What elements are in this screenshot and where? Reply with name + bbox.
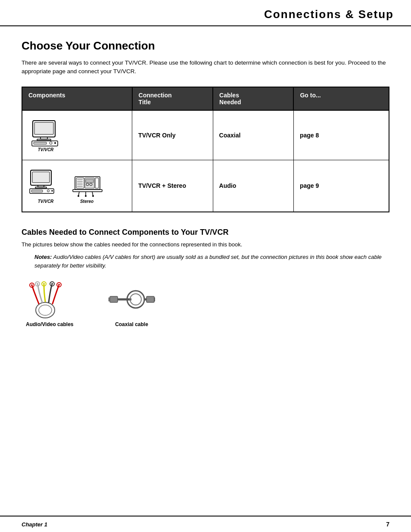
tv-vcr-icon-1: TV/VCR [28, 118, 63, 152]
svg-point-42 [43, 283, 45, 285]
cables-note: Notes: Audio/Video cables (A/V cables fo… [22, 253, 389, 270]
components-cell-2: TV/VCR [22, 160, 132, 212]
page-header: Connections & Setup [0, 0, 411, 26]
page-footer: Chapter 1 7 [0, 516, 411, 532]
components-cell-1: TV/VCR [22, 110, 132, 160]
choose-connection-heading: Choose Your Connection [22, 39, 389, 53]
stereo-label: Stereo [80, 199, 93, 204]
table-row: TV/VCR TV/VCR Only Coaxial page 8 [22, 110, 389, 160]
svg-point-57 [109, 300, 110, 302]
footer-chapter: Chapter 1 [22, 521, 47, 528]
svg-point-6 [50, 142, 52, 144]
cables-description: The pictures below show the cables neede… [22, 240, 389, 249]
audio-video-cable-label: Audio/Video cables [26, 321, 73, 327]
svg-rect-52 [146, 296, 154, 302]
svg-point-15 [51, 190, 53, 192]
tv-vcr-icon-2: TV/VCR [28, 168, 63, 204]
main-content: Choose Your Connection There are several… [0, 26, 411, 349]
audio-video-cable-svg [26, 280, 73, 319]
tv-vcr-label-1: TV/VCR [38, 147, 54, 152]
stereo-svg [71, 168, 103, 198]
svg-rect-5 [34, 142, 47, 144]
svg-point-34 [92, 195, 94, 197]
svg-point-33 [85, 195, 87, 197]
svg-rect-9 [32, 172, 50, 183]
component-icons-2: TV/VCR [28, 168, 126, 204]
table-header-goto: Go to... [293, 87, 389, 110]
note-label: Notes: [34, 254, 52, 260]
svg-point-7 [54, 142, 56, 144]
connection-table: Components ConnectionTitle CablesNeeded … [22, 87, 389, 212]
svg-point-56 [109, 299, 110, 300]
coaxial-cable-svg [108, 280, 155, 319]
note-text: Audio/Video cables (A/V cables for short… [34, 254, 382, 269]
coaxial-cable-item: Coaxial cable [108, 280, 155, 327]
footer-page-number: 7 [386, 521, 389, 528]
goto-2: page 9 [293, 160, 389, 212]
connection-title-2: TV/VCR + Stereo [132, 160, 213, 212]
svg-rect-11 [35, 187, 47, 188]
component-icons-1: TV/VCR [28, 118, 126, 152]
table-header-components: Components [22, 87, 132, 110]
svg-point-50 [130, 294, 141, 305]
stereo-icon: Stereo [71, 168, 103, 204]
svg-rect-13 [31, 190, 43, 192]
table-header-cables-needed: CablesNeeded [213, 87, 293, 110]
svg-rect-1 [34, 122, 53, 134]
cables-images: Audio/Video cables [22, 280, 389, 327]
table-row: TV/VCR [22, 160, 389, 212]
svg-point-32 [78, 195, 79, 197]
audio-video-cable-item: Audio/Video cables [26, 280, 73, 327]
svg-rect-28 [73, 190, 102, 192]
svg-point-46 [58, 284, 60, 286]
svg-point-14 [47, 190, 50, 192]
cables-needed-2: Audio [213, 160, 293, 212]
tv-vcr-svg-1 [28, 118, 63, 146]
svg-rect-27 [95, 178, 99, 188]
svg-point-40 [37, 283, 38, 285]
svg-point-55 [109, 298, 110, 299]
cables-section-heading: Cables Needed to Connect Components to Y… [22, 228, 389, 237]
svg-point-38 [31, 284, 33, 286]
svg-point-44 [51, 283, 53, 285]
table-header-connection-title: ConnectionTitle [132, 87, 213, 110]
tv-vcr-svg-2 [28, 168, 63, 198]
intro-text: There are several ways to connect your T… [22, 59, 389, 76]
cables-needed-1: Coaxial [213, 110, 293, 160]
svg-rect-24 [86, 179, 93, 183]
svg-rect-3 [37, 139, 51, 140]
coaxial-cable-label: Coaxial cable [115, 321, 148, 327]
header-title: Connections & Setup [264, 8, 394, 21]
svg-rect-47 [110, 296, 118, 302]
svg-point-36 [39, 305, 52, 315]
goto-1: page 8 [293, 110, 389, 160]
tv-vcr-label-2: TV/VCR [38, 199, 54, 204]
connection-title-1: TV/VCR Only [132, 110, 213, 160]
